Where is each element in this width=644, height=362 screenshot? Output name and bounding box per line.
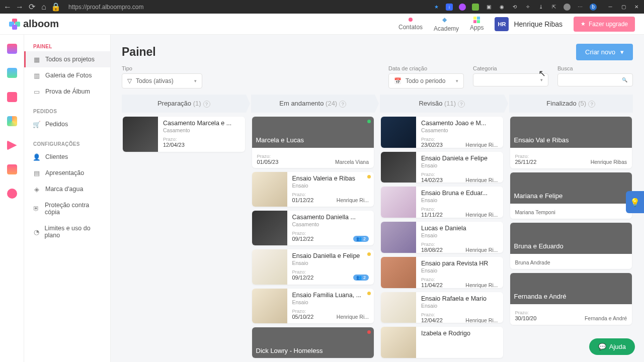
project-card[interactable]: Ensaio Val e RibasPrazo:25/11/22Henrique… [510,117,632,168]
card-title: Ensaio Familia Luana, ... [292,292,369,299]
project-card[interactable]: Ensaio Daniela e FelipeEnsaioPrazo:14/02… [381,152,503,183]
rail-icon-2[interactable] [7,68,17,78]
nav-contacts[interactable]: Contatos [398,18,423,31]
ext-icon[interactable] [459,4,466,11]
sidebar-label: Proteção contra cópia [45,202,101,216]
minimize-icon[interactable]: ─ [607,4,614,11]
deadline-label: Prazo: [292,269,314,275]
download-icon[interactable]: ↓ [446,4,453,11]
help-icon[interactable]: ? [588,101,595,108]
card-title: Ensaio Daniella e Felipe [292,252,369,259]
help-icon[interactable]: ? [339,101,346,108]
rail-icon-3[interactable] [7,92,17,102]
help-button[interactable]: 💬Ajuda [589,338,635,355]
project-card[interactable]: Casamento Joao e M...CasamentoPrazo:23/0… [381,117,503,148]
filter-categoria-select[interactable]: ▾ [473,73,548,86]
project-card[interactable]: Ensaio Daniella e FelipeEnsaioPrazo:09/1… [252,249,374,284]
profile-icon[interactable] [564,4,571,11]
card-date: 12/04/23 [163,142,185,148]
project-card[interactable]: Ensaio Rafaela e MarioEnsaioPrazo:12/04/… [381,292,503,323]
screenshot-icon[interactable]: ▣ [485,4,492,11]
ext2-icon[interactable] [472,4,479,11]
search-input[interactable]: 🔍 [557,73,633,86]
deadline-label: Prazo: [515,310,537,315]
card-user: Henrique Ribas [591,159,627,165]
chevron-down-icon: ▾ [194,78,197,83]
sidebar-item-marca-dagua[interactable]: ◈Marca d'agua [24,181,110,197]
sidebar-item-todos-projetos[interactable]: ▦Todos os projetos [24,51,110,67]
star-icon[interactable]: ★ [433,4,440,11]
card-subtitle: Casamento [163,127,240,133]
card-thumbnail [252,172,287,207]
project-card[interactable]: Ensaio Valeria e RibasEnsaioPrazo:01/12/… [252,172,374,207]
project-card[interactable]: Lucas e DanielaEnsaioPrazo:18/08/22Henri… [381,222,503,253]
help-icon[interactable]: ? [458,101,465,108]
deadline-label: Prazo: [421,277,443,282]
more-icon[interactable]: ⋯ [577,4,584,11]
sidebar-item-apresentacao[interactable]: ▤Apresentação [24,165,110,181]
card-user: Bruna Andrade [515,259,550,265]
project-card[interactable]: Izabela e Rodrigo [381,327,503,358]
sidebar-item-protecao[interactable]: ⛨Proteção contra cópia [24,197,110,220]
logo-mark-icon [9,19,20,30]
card-title: Marcela e Lucas [256,136,304,144]
sidebar-section-pedidos: PEDIDOS [24,107,110,116]
sidebar-label: Clientes [45,153,68,160]
project-card[interactable]: Ensaio para Revista HREnsaioPrazo:11/04/… [381,257,503,288]
sidebar-item-clientes[interactable]: 👤Clientes [24,149,110,165]
nav-academy[interactable]: ◆ Academy [434,16,459,32]
card-subtitle: Ensaio [421,267,498,274]
gauge-icon: ◔ [33,228,40,235]
project-card[interactable]: Mariana e FelipeMariana Temponi [510,172,632,219]
project-card[interactable]: Dick Lowry - Homeless [252,327,374,358]
address-bar[interactable]: https://proof.alboompro.com [64,4,428,11]
bing-icon[interactable]: b [590,4,597,11]
back-icon[interactable]: ← [4,4,11,11]
rail-icon-7[interactable] [7,189,17,199]
sidebar-label: Apresentação [45,169,84,176]
rail-icon-4[interactable] [7,116,17,126]
camera-icon[interactable]: ◉ [498,4,505,11]
filter-data-select[interactable]: 📅Todo o periodo▾ [388,73,464,88]
nav-apps[interactable]: Apps [470,17,484,31]
rail-icon-6[interactable] [7,164,17,174]
project-card[interactable]: Casamento Daniella ...CasamentoPrazo:09/… [252,211,374,245]
favorites-icon[interactable]: ✧ [524,4,531,11]
chat-icon: 💬 [598,343,606,350]
close-window-icon[interactable]: ✕ [633,4,640,11]
nav-apps-label: Apps [470,24,484,31]
project-card[interactable]: Ensaio Bruna e Eduar...EnsaioPrazo:11/11… [381,187,503,218]
project-card[interactable]: Marcela e LucasPrazo:01/05/23Marcela Via… [252,117,374,168]
tips-tab[interactable]: 💡 [626,191,644,213]
logo[interactable]: alboom [9,18,59,30]
upgrade-button[interactable]: Fazer upgrade [574,17,635,32]
user-menu[interactable]: HR Henrique Ribas [495,17,562,31]
help-icon[interactable]: ? [203,101,210,108]
card-subtitle: Ensaio [292,299,369,305]
sidebar-item-pedidos[interactable]: 🛒Pedidos [24,116,110,132]
project-card[interactable]: Fernanda e AndréPrazo:30/10/20Fernanda e… [510,273,632,325]
project-card[interactable]: Bruna e EduardoBruna Andrade [510,223,632,269]
filter-data-value: Todo o periodo [406,77,445,84]
sidebar-label: Todos os projetos [45,56,95,63]
card-thumbnail [381,327,416,358]
home-icon[interactable]: ⌂ [40,4,47,11]
sync-icon[interactable]: ⟲ [511,4,518,11]
filter-tipo-select[interactable]: ▽Todos (ativas)▾ [122,73,202,88]
sidebar-item-galeria[interactable]: ▥Galeria de Fotos [24,67,110,83]
rail-icon-1[interactable] [7,44,17,54]
sidebar-item-prova-album[interactable]: ▭Prova de Álbum [24,83,110,100]
forward-icon[interactable]: → [16,4,23,11]
create-new-button[interactable]: Criar novo ▾ [576,44,633,60]
refresh-icon[interactable]: ⟳ [28,4,35,11]
sidebar-item-limites[interactable]: ◔Limites e uso do plano [24,220,110,243]
maximize-icon[interactable]: ▢ [620,4,627,11]
project-card[interactable]: Ensaio Familia Luana, ...EnsaioPrazo:05/… [252,289,374,323]
tag-icon: ◈ [33,186,40,193]
rail-icon-5[interactable] [7,140,17,150]
downloads-icon[interactable]: ⤓ [537,4,544,11]
card-date: 09/12/22 [292,275,314,281]
card-thumbnail [381,187,416,218]
project-card[interactable]: Casamento Marcela e ... Casamento Prazo:… [123,117,245,152]
share-icon[interactable]: ⇱ [550,4,557,11]
